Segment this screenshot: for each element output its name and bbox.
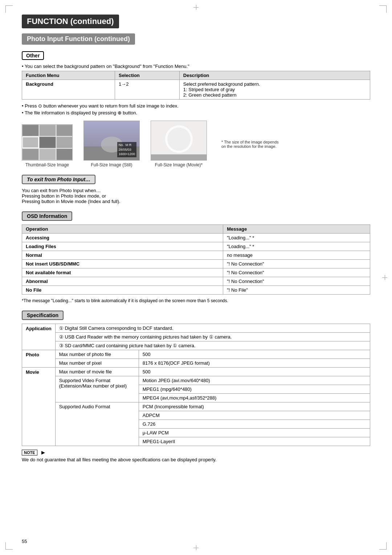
col-header-selection: Selection (115, 71, 179, 80)
col-header-description: Description (179, 71, 370, 80)
note-label: NOTE (22, 450, 37, 455)
full-movie-image-box: Full-Size Image (Movie)* (151, 121, 207, 167)
video-val3: MPEG4 (avi,mov,mp4,asf/352*288) (139, 394, 370, 402)
osd-table-row: Accessing"Loading..." * (22, 234, 370, 242)
osd-op-cell: No File (22, 286, 223, 295)
osd-table-row: Abnormal"! No Connection" (22, 277, 370, 286)
svg-rect-16 (151, 154, 207, 161)
selection-cell: 1→2 (115, 80, 179, 100)
svg-rect-3 (22, 137, 39, 148)
spec-section: Specification Application ① Digital Stil… (22, 311, 370, 462)
app-line-2: ② USB Card Reader with the memory contai… (55, 333, 370, 341)
osd-msg-cell: "! No Connection" (223, 260, 370, 268)
osd-section: OSD Information Operation Message Access… (22, 211, 370, 303)
svg-rect-7 (39, 149, 56, 160)
osd-op-cell: Not insert USB/SD/MMC (22, 260, 223, 268)
corner-tl (5, 5, 13, 13)
note-line-1: • Press ⊙ button whenever you want to re… (22, 103, 370, 109)
osd-footnote: *The message "Loading..." starts to blin… (22, 298, 370, 303)
svg-rect-1 (39, 125, 56, 136)
full-still-caption: Full-Size Image (Still) (91, 162, 132, 167)
movie-row1: Movie Max number of movie file 500 (22, 368, 370, 376)
image-row: Thumbnail-Size Image No. M R28/05 (22, 121, 370, 167)
osd-table-row: Not insert USB/SD/MMC"! No Connection" (22, 260, 370, 268)
movie-row1-label: Max number of movie file (55, 368, 139, 376)
osd-msg-cell: no message (223, 251, 370, 260)
photo-row2-value: 8176 x 8176(DCF JPEG format) (139, 359, 370, 368)
other-label: Other (22, 51, 44, 60)
corner-tr (379, 5, 387, 13)
app-line-3: ③ SD card/MMC card containing picture ha… (55, 341, 370, 350)
full-still-image-box: No. M R28/05/031600×1200 Full-Size Image… (83, 121, 140, 167)
sub-title: Photo Input Function (continued) (22, 33, 135, 45)
svg-rect-0 (22, 125, 39, 136)
corner-bl (5, 542, 13, 550)
video-val2: MPEG1 (mpg/640*480) (139, 385, 370, 394)
osd-col-operation: Operation (22, 225, 223, 234)
thumb-image (22, 124, 73, 161)
video-format-label: Supported Video Format(Extension/Max num… (55, 376, 139, 402)
photo-label: Photo (22, 350, 56, 368)
svg-rect-5 (56, 137, 73, 148)
main-title: FUNCTION (continued) (22, 15, 119, 28)
note-text: We do not guarantee that all files meeti… (22, 457, 370, 462)
full-still-image: No. M R28/05/031600×1200 (83, 121, 140, 161)
audio-val5: MPEG1-LayerII (139, 437, 370, 446)
application-label: Application (22, 324, 56, 350)
video-val1: Motion JPEG (avi.mov/640*480) (139, 376, 370, 385)
exit-section: To exit from Photo Input… You can exit f… (22, 175, 370, 204)
description-cell: Select preferred background pattern. 1: … (179, 80, 370, 100)
page-number: 55 (22, 539, 27, 544)
osd-table: Operation Message Accessing"Loading..." … (22, 224, 370, 295)
exit-label: To exit from Photo Input… (22, 175, 95, 184)
other-section: Other • You can select the background pa… (22, 51, 370, 167)
movie-video-row1: Supported Video Format(Extension/Max num… (22, 376, 370, 385)
thumb-image-box: Thumbnail-Size Image (22, 124, 73, 167)
image-size-note: * The size of the image depends on the r… (221, 140, 279, 149)
osd-msg-cell: "Loading..." * (223, 242, 370, 251)
movie-row1-value: 500 (139, 368, 370, 376)
other-bullet: • You can select the background pattern … (22, 64, 370, 69)
table-row: Background 1→2 Select preferred backgrou… (22, 80, 370, 100)
osd-msg-cell: "! No Connection" (223, 277, 370, 286)
movie-label: Movie (22, 368, 56, 446)
photo-row1: Photo Max number of photo file 500 (22, 350, 370, 359)
svg-rect-2 (56, 125, 73, 136)
photo-row1-value: 500 (139, 350, 370, 359)
exit-line2: Pressing button in Photo Index mode, or (22, 193, 370, 199)
osd-op-cell: Normal (22, 251, 223, 260)
svg-point-15 (167, 127, 191, 151)
audio-val3: G.726 (139, 420, 370, 429)
osd-msg-cell: "Loading..." * (223, 234, 370, 242)
osd-msg-cell: "! No Connection" (223, 268, 370, 277)
note-section: NOTE ▶ (22, 450, 370, 455)
movie-audio-row1: Supported Audio Format PCM (Incompressib… (22, 402, 370, 411)
photo-row2: Max number of pixel 8176 x 8176(DCF JPEG… (22, 359, 370, 368)
osd-op-cell: Accessing (22, 234, 223, 242)
note-arrow: ▶ (41, 450, 45, 455)
svg-rect-4 (39, 137, 56, 148)
osd-table-row: Not available format"! No Connection" (22, 268, 370, 277)
app-line-1: ① Digital Still Camera corresponding to … (55, 324, 370, 333)
osd-op-cell: Not available format (22, 268, 223, 277)
audio-val2: ADPCM (139, 411, 370, 420)
corner-br (379, 542, 387, 550)
audio-val1: PCM (Incompressible format) (139, 402, 370, 411)
osd-table-row: Normalno message (22, 251, 370, 260)
spec-table: Application ① Digital Still Camera corre… (22, 324, 370, 446)
function-menu-table: Function Menu Selection Description Back… (22, 71, 370, 100)
osd-col-message: Message (223, 225, 370, 234)
svg-rect-8 (56, 149, 73, 160)
osd-table-row: No File"! No File" (22, 286, 370, 295)
osd-msg-cell: "! No File" (223, 286, 370, 295)
app-row2: ② USB Card Reader with the memory contai… (22, 333, 370, 341)
still-overlay: No. M R28/05/031600×1200 (117, 142, 136, 157)
crosshair-right (381, 274, 388, 281)
osd-label: OSD Information (22, 211, 72, 221)
full-movie-caption: Full-Size Image (Movie)* (155, 162, 203, 167)
background-cell: Background (22, 80, 115, 100)
audio-format-label: Supported Audio Format (55, 402, 139, 446)
svg-rect-6 (22, 149, 39, 160)
osd-op-cell: Loading Files (22, 242, 223, 251)
osd-table-row: Loading Files"Loading..." * (22, 242, 370, 251)
